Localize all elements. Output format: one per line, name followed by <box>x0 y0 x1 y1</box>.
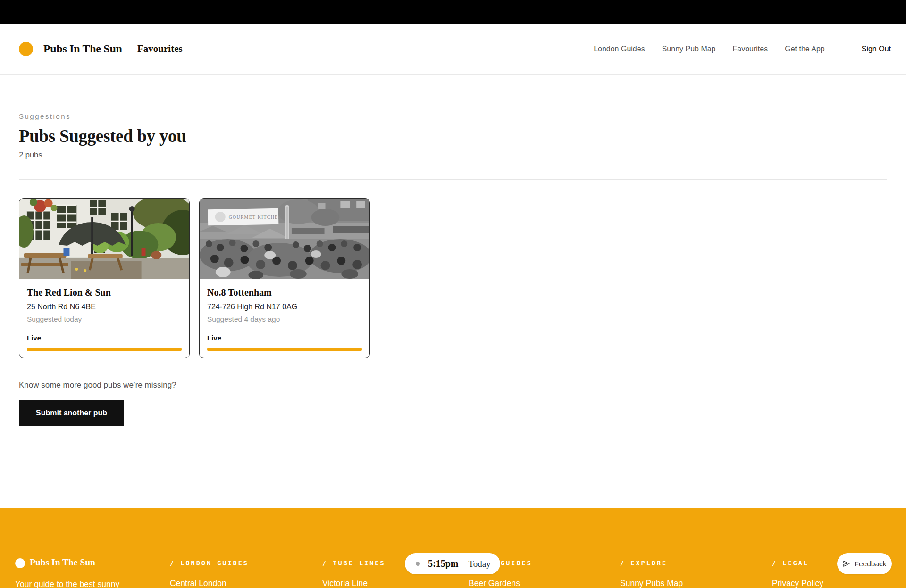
missing-pubs-prompt: Know some more good pubs we’re missing? <box>19 381 887 390</box>
site-header: Pubs In The Sun Favourites London Guides… <box>0 24 906 75</box>
pub-name: No.8 Tottenham <box>207 287 362 298</box>
pub-garden-photo <box>19 199 189 279</box>
eyebrow-label: Suggestions <box>19 112 887 120</box>
live-progress-bar <box>27 348 182 351</box>
footer-link-victoria-line[interactable]: Victoria Line <box>322 579 368 588</box>
suggested-date: Suggested today <box>27 315 182 323</box>
live-progress-bar <box>207 348 362 351</box>
pub-address: 724-726 High Rd N17 0AG <box>207 303 362 311</box>
suggested-pubs-list: The Red Lion & Sun 25 North Rd N6 4BE Su… <box>19 198 887 358</box>
feedback-button[interactable]: Feedback <box>837 553 892 574</box>
pub-count: 2 pubs <box>19 150 887 159</box>
feedback-label: Feedback <box>854 560 886 568</box>
footer-heading-guides: GUIDES <box>501 559 532 567</box>
footer-heading-london-guides: / LONDON GUIDES <box>170 559 249 567</box>
send-icon <box>842 560 850 568</box>
beer-garden-ground <box>19 258 189 279</box>
footer-heading-explore: / EXPLORE <box>620 559 667 567</box>
status-dot-icon <box>416 562 420 566</box>
pub-crowd-photo: GOURMET KITCHEN <box>200 199 369 279</box>
pub-name: The Red Lion & Sun <box>27 287 182 298</box>
pill-time: 5:15pm <box>428 558 458 569</box>
nav-get-the-app[interactable]: Get the App <box>785 45 825 53</box>
crowd <box>200 239 369 279</box>
card-body: No.8 Tottenham 724-726 High Rd N17 0AG S… <box>200 279 369 358</box>
live-status-label: Live <box>27 334 182 342</box>
footer-heading-tube-lines: / TUBE LINES <box>322 559 386 567</box>
time-pill[interactable]: 5:15pm Today <box>405 553 500 574</box>
pub-address: 25 North Rd N6 4BE <box>27 303 182 311</box>
nav-sunny-pub-map[interactable]: Sunny Pub Map <box>662 45 716 53</box>
submit-another-pub-button[interactable]: Submit another pub <box>19 400 124 426</box>
card-body: The Red Lion & Sun 25 North Rd N6 4BE Su… <box>19 279 189 358</box>
site-footer: Pubs In The Sun Your guide to the best s… <box>0 508 906 588</box>
pub-card-no8-tottenham[interactable]: GOURMET KITCHEN <box>199 198 370 358</box>
section-divider <box>19 179 887 180</box>
nav-london-guides[interactable]: London Guides <box>594 45 645 53</box>
suggested-date: Suggested 4 days ago <box>207 315 362 323</box>
logo[interactable]: Pubs In The Sun <box>0 24 122 74</box>
nav-favourites[interactable]: Favourites <box>733 45 768 53</box>
header-nav: London Guides Sunny Pub Map Favourites G… <box>594 45 906 53</box>
footer-heading-legal: / LEGAL <box>772 559 809 567</box>
footer-sun-logo-icon <box>15 558 25 568</box>
page-title: Pubs Suggested by you <box>19 126 887 146</box>
pub-card-red-lion[interactable]: The Red Lion & Sun 25 North Rd N6 4BE Su… <box>19 198 190 358</box>
sun-logo-icon <box>19 42 33 56</box>
pill-day: Today <box>468 559 490 569</box>
footer-brand-name: Pubs In The Sun <box>30 557 95 568</box>
footer-link-beer-gardens[interactable]: Beer Gardens <box>469 579 520 588</box>
header-divider <box>122 24 122 75</box>
main-content: Suggestions Pubs Suggested by you 2 pubs <box>0 75 906 426</box>
sign-out-link[interactable]: Sign Out <box>862 45 891 53</box>
svg-text:GOURMET KITCHEN: GOURMET KITCHEN <box>229 215 282 220</box>
page-context-label: Favourites <box>137 43 183 55</box>
gourmet-kitchen-banner: GOURMET KITCHEN <box>208 208 282 226</box>
footer-tagline: Your guide to the best sunny <box>15 580 119 588</box>
live-status-label: Live <box>207 334 362 342</box>
brand-name: Pubs In The Sun <box>43 42 122 55</box>
footer-link-sunny-pubs-map[interactable]: Sunny Pubs Map <box>620 579 683 588</box>
footer-link-privacy-policy[interactable]: Privacy Policy <box>772 579 823 588</box>
top-black-bar <box>0 0 906 24</box>
footer-link-central-london[interactable]: Central London <box>170 579 226 588</box>
